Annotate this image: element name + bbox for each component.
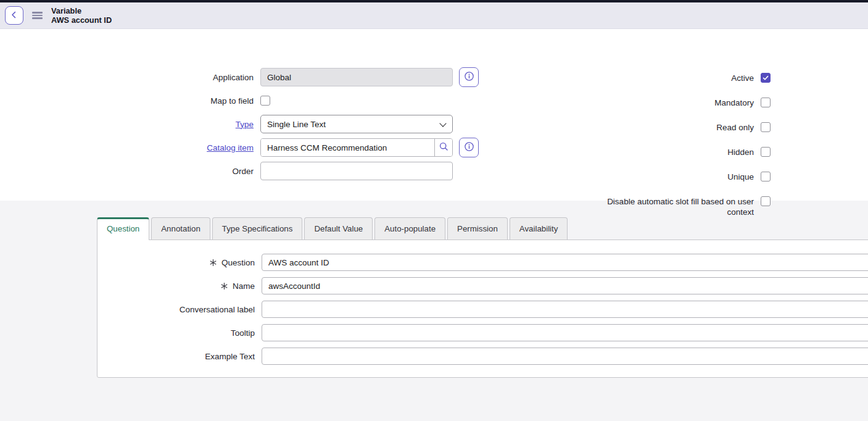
hidden-row: Hidden [548, 140, 771, 164]
checkmark-icon [762, 74, 769, 81]
hamburger-icon[interactable] [32, 10, 43, 21]
form-section: Application Map to field [0, 29, 868, 201]
type-row: Type Single Line Text [0, 112, 494, 136]
conversational-label-input[interactable] [262, 301, 868, 318]
order-label: Order [0, 167, 260, 176]
tab-default-value[interactable]: Default Value [304, 217, 373, 240]
name-input[interactable] [262, 277, 868, 294]
mandatory-asterisk-icon [209, 258, 218, 267]
tab-annotation[interactable]: Annotation [151, 217, 210, 240]
question-row: Question [97, 251, 868, 274]
question-label: Question [221, 258, 255, 267]
mandatory-label: Mandatory [714, 98, 761, 108]
active-row: Active [548, 65, 771, 90]
example-text-input[interactable] [262, 348, 868, 365]
magnifier-icon [439, 141, 449, 154]
tab-section: Question Annotation Type Specifications … [0, 201, 868, 421]
question-tab-panel: Question Name Conversational label [97, 240, 868, 378]
chevron-left-icon [9, 9, 20, 22]
map-to-field-checkbox[interactable] [260, 96, 270, 106]
conversational-label-row: Conversational label [97, 298, 868, 321]
order-row: Order [0, 159, 494, 183]
hidden-label: Hidden [727, 147, 761, 157]
mandatory-checkbox[interactable] [761, 98, 771, 107]
tooltip-input[interactable] [262, 324, 868, 341]
unique-label: Unique [727, 172, 761, 182]
map-to-field-row: Map to field [0, 89, 494, 112]
catalog-item-reference-field [260, 138, 453, 157]
catalog-item-info-button[interactable] [459, 138, 479, 157]
tooltip-label: Tooltip [231, 328, 255, 338]
example-text-label: Example Text [205, 352, 255, 361]
hidden-checkbox[interactable] [761, 147, 771, 157]
record-name-title: AWS account ID [51, 15, 112, 25]
mandatory-row: Mandatory [548, 90, 771, 115]
catalog-item-row: Catalog item [0, 136, 494, 159]
application-info-button[interactable] [459, 67, 479, 87]
active-checkbox[interactable] [761, 73, 771, 83]
active-label: Active [731, 73, 761, 83]
catalog-item-input[interactable] [261, 139, 434, 156]
tab-question[interactable]: Question [97, 217, 149, 240]
name-label: Name [233, 281, 255, 291]
read-only-row: Read only [548, 115, 771, 140]
info-circle-icon [464, 141, 474, 154]
tab-availability[interactable]: Availability [510, 217, 568, 240]
application-input[interactable] [260, 68, 453, 86]
read-only-checkbox[interactable] [761, 122, 771, 132]
unique-row: Unique [548, 164, 771, 189]
type-select[interactable]: Single Line Text [260, 115, 453, 133]
page-title: Variable AWS account ID [51, 6, 112, 25]
name-row: Name [97, 274, 868, 298]
catalog-item-lookup-button[interactable] [434, 139, 452, 156]
tab-permission[interactable]: Permission [447, 217, 508, 240]
record-type-title: Variable [51, 6, 112, 16]
conversational-label-label: Conversational label [180, 305, 255, 314]
catalog-item-label-link[interactable]: Catalog item [207, 143, 254, 152]
info-circle-icon [464, 71, 474, 83]
type-select-wrap: Single Line Text [260, 115, 453, 133]
form-left-column: Application Map to field [0, 65, 494, 183]
back-button[interactable] [5, 6, 23, 25]
tooltip-row: Tooltip [97, 321, 868, 344]
order-input[interactable] [260, 162, 453, 180]
application-label: Application [0, 73, 260, 82]
unique-checkbox[interactable] [761, 172, 771, 181]
mandatory-asterisk-icon [220, 281, 229, 291]
form-right-column: Active Mandatory Read only [548, 65, 771, 217]
read-only-label: Read only [716, 122, 761, 133]
tab-bar: Question Annotation Type Specifications … [0, 201, 868, 240]
header-bar: Variable AWS account ID [0, 2, 868, 29]
tab-type-specifications[interactable]: Type Specifications [212, 217, 303, 240]
question-input[interactable] [262, 254, 868, 271]
application-row: Application [0, 65, 494, 89]
map-to-field-label: Map to field [0, 96, 260, 106]
example-text-row: Example Text [97, 344, 868, 368]
type-label-link[interactable]: Type [236, 120, 254, 129]
tab-auto-populate[interactable]: Auto-populate [374, 217, 445, 240]
